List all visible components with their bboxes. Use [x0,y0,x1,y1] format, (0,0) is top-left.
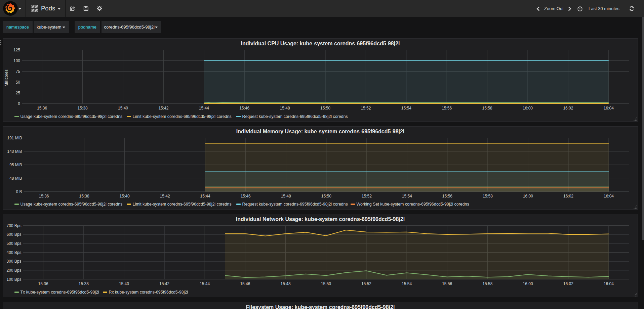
svg-text:15:46: 15:46 [239,106,249,111]
svg-text:15:38: 15:38 [78,106,88,111]
svg-text:15:52: 15:52 [362,193,372,198]
svg-text:0: 0 [18,101,20,106]
svg-text:600 Bps: 600 Bps [6,232,21,237]
svg-text:15:50: 15:50 [321,281,331,286]
svg-text:15:40: 15:40 [118,106,128,111]
svg-text:15:50: 15:50 [320,106,330,111]
svg-text:15:44: 15:44 [199,106,209,111]
svg-text:48 MiB: 48 MiB [9,176,22,180]
svg-text:200 Bps: 200 Bps [6,268,21,273]
svg-text:15:48: 15:48 [280,106,290,111]
svg-text:15:46: 15:46 [240,281,250,286]
svg-text:15:40: 15:40 [120,193,130,198]
svg-text:700 Bps: 700 Bps [6,223,21,228]
svg-text:16:02: 16:02 [563,193,573,198]
svg-text:15:56: 15:56 [442,281,452,286]
svg-text:Millicores: Millicores [4,70,9,86]
svg-text:15:40: 15:40 [119,281,129,286]
svg-text:16:00: 16:00 [523,281,533,286]
svg-text:15:38: 15:38 [79,281,89,286]
svg-text:125: 125 [13,48,20,52]
svg-text:15:54: 15:54 [402,193,412,198]
svg-text:100 Bps: 100 Bps [6,277,21,282]
svg-text:15:58: 15:58 [483,193,493,198]
svg-text:15:46: 15:46 [241,193,251,198]
svg-text:50: 50 [16,80,21,85]
svg-text:15:44: 15:44 [200,281,210,286]
svg-text:75: 75 [16,69,21,74]
svg-text:15:42: 15:42 [160,193,170,198]
svg-text:16:02: 16:02 [563,106,573,111]
svg-text:15:50: 15:50 [321,193,331,198]
svg-text:100: 100 [13,58,20,63]
svg-text:15:42: 15:42 [158,106,168,111]
svg-text:15:52: 15:52 [361,281,371,286]
svg-text:16:02: 16:02 [563,281,573,286]
svg-text:15:36: 15:36 [39,193,49,198]
svg-text:25: 25 [16,91,21,95]
svg-text:15:44: 15:44 [200,193,210,198]
svg-text:15:58: 15:58 [482,106,492,111]
svg-text:400 Bps: 400 Bps [6,250,21,255]
svg-text:16:04: 16:04 [604,106,614,111]
svg-text:15:48: 15:48 [281,193,291,198]
svg-text:300 Bps: 300 Bps [6,259,21,264]
svg-text:15:54: 15:54 [401,106,411,111]
svg-text:15:42: 15:42 [159,281,169,286]
svg-text:15:38: 15:38 [79,193,89,198]
svg-text:15:36: 15:36 [38,281,48,286]
svg-text:16:00: 16:00 [523,193,533,198]
svg-text:95 MiB: 95 MiB [9,162,22,167]
svg-text:15:56: 15:56 [442,193,452,198]
svg-text:143 MiB: 143 MiB [7,149,22,153]
svg-text:15:56: 15:56 [442,106,452,111]
svg-text:15:52: 15:52 [361,106,371,111]
svg-text:15:54: 15:54 [402,281,412,286]
svg-text:15:36: 15:36 [37,106,47,111]
svg-text:16:00: 16:00 [523,106,533,111]
svg-text:16:04: 16:04 [604,193,614,198]
svg-text:15:48: 15:48 [281,281,291,286]
svg-text:0 B: 0 B [16,189,22,194]
svg-text:500 Bps: 500 Bps [6,241,21,246]
svg-text:16:04: 16:04 [604,281,614,286]
svg-text:15:58: 15:58 [482,281,492,286]
svg-text:191 MiB: 191 MiB [7,135,22,140]
